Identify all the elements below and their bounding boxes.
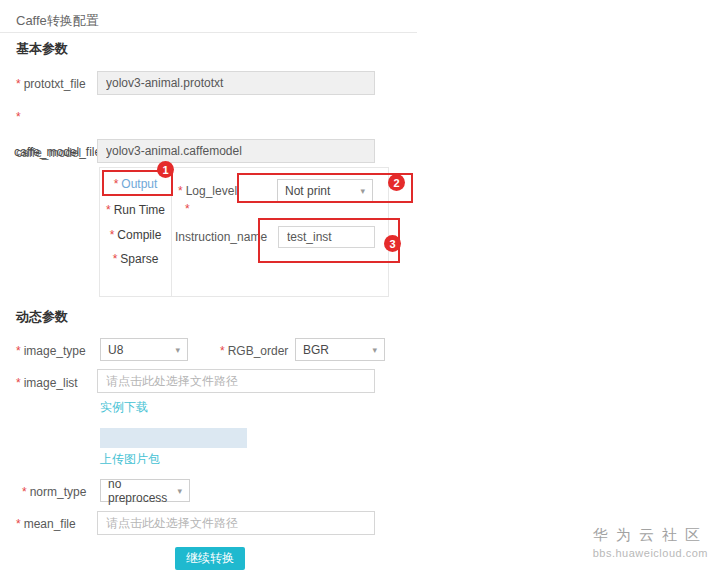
chevron-down-icon: ▾ <box>175 345 180 355</box>
instruction-name-label: Instruction_name <box>175 230 267 244</box>
image-list-label: *image_list <box>16 376 78 390</box>
upload-progress-bar <box>100 428 247 448</box>
required-asterisk: * <box>16 77 21 91</box>
required-asterisk: * <box>178 184 183 198</box>
norm-type-label: *norm_type <box>22 485 86 499</box>
prototxt-file-input[interactable] <box>97 71 375 95</box>
instruction-name-input[interactable] <box>278 226 375 248</box>
image-type-label: *image_type <box>16 344 86 358</box>
required-asterisk: * <box>16 376 21 390</box>
required-asterisk: * <box>185 202 190 216</box>
section-basic-params: 基本参数 <box>16 40 68 58</box>
required-asterisk: * <box>113 252 118 266</box>
required-asterisk: * <box>220 344 225 358</box>
image-list-input[interactable] <box>97 369 375 393</box>
continue-conversion-button[interactable]: 继续转换 <box>175 547 245 570</box>
title-divider <box>0 32 417 33</box>
log-level-label: *Log_level <box>178 184 237 198</box>
required-asterisk: * <box>22 485 27 499</box>
tab-run-time[interactable]: *Run Time <box>99 203 172 217</box>
rgb-order-value: BGR <box>303 343 329 357</box>
annotation-badge-3: 3 <box>384 235 401 252</box>
upload-image-package-link[interactable]: 上传图片包 <box>100 451 160 468</box>
mean-file-label: *mean_file <box>16 517 76 531</box>
image-type-select[interactable]: U8 ▾ <box>100 338 188 361</box>
caffe-conversion-config-page: Caffe转换配置 基本参数 *prototxt_file * caffe_mo… <box>0 0 716 572</box>
caffe-model-file-input[interactable] <box>97 139 375 163</box>
tab-output[interactable]: *Output <box>99 177 172 191</box>
chevron-down-icon: ▾ <box>360 186 365 196</box>
required-asterisk: * <box>16 517 21 531</box>
watermark-url: bbs.huaweicloud.com <box>560 547 708 559</box>
watermark-brand: 华为云社区 <box>560 526 708 545</box>
chevron-down-icon: ▾ <box>177 486 182 496</box>
norm-type-value: no preprocess <box>108 477 171 505</box>
prototxt-file-label: *prototxt_file <box>16 77 86 91</box>
log-level-select[interactable]: Not print ▾ <box>277 179 373 202</box>
required-asterisk: * <box>106 203 111 217</box>
norm-type-select[interactable]: no preprocess ▾ <box>100 479 190 502</box>
sample-download-link[interactable]: 实例下载 <box>100 399 148 416</box>
image-type-value: U8 <box>108 343 123 357</box>
watermark: 华为云社区 bbs.huaweicloud.com <box>560 526 708 559</box>
tab-sparse[interactable]: *Sparse <box>99 252 172 266</box>
caffe-model-file-label: caffe_model caffe_model_file <box>14 145 101 159</box>
annotation-badge-1: 1 <box>157 161 174 178</box>
required-asterisk: * <box>110 228 115 242</box>
required-asterisk: * <box>16 344 21 358</box>
tab-compile[interactable]: *Compile <box>99 228 172 242</box>
rgb-order-label: *RGB_order <box>220 344 288 358</box>
rgb-order-select[interactable]: BGR ▾ <box>295 338 385 361</box>
mean-file-input[interactable] <box>97 511 375 535</box>
caffe-model-file-label-ghost: caffe_model <box>16 146 81 160</box>
required-asterisk: * <box>114 177 119 191</box>
section-dynamic-params: 动态参数 <box>16 308 68 326</box>
page-title: Caffe转换配置 <box>16 12 99 30</box>
annotation-badge-2: 2 <box>388 174 405 191</box>
chevron-down-icon: ▾ <box>372 345 377 355</box>
log-level-value: Not print <box>285 184 330 198</box>
required-asterisk: * <box>16 110 21 124</box>
